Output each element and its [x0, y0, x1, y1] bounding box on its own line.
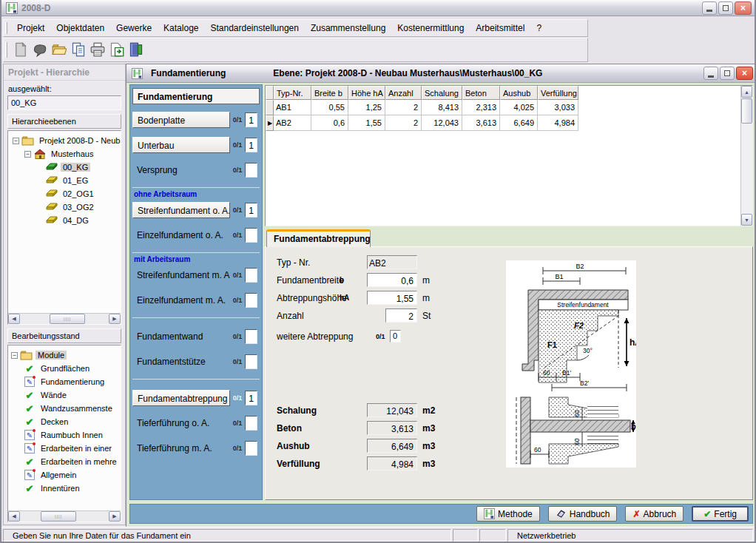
fertig-button[interactable]: ✔Fertig — [692, 506, 749, 522]
nav-button-einzelfundament-o-a[interactable]: Einzelfundament o. A. — [132, 227, 230, 243]
column-header-beton[interactable]: Beton — [462, 86, 500, 100]
cell-aushub[interactable]: 6,649 — [500, 115, 538, 131]
menu-item-objektdaten[interactable]: Objektdaten — [50, 21, 110, 36]
cell-höhe-ha[interactable]: 1,25 — [348, 100, 385, 115]
restore-button[interactable] — [718, 1, 733, 15]
cell-schalung[interactable]: 12,043 — [422, 115, 462, 131]
tree-item-02-og1[interactable]: 02_OG1 — [11, 187, 119, 200]
scroll-left-button[interactable]: ◀ — [8, 511, 20, 522]
column-header-breite-b[interactable]: Breite b — [311, 86, 348, 100]
exit-button[interactable] — [126, 41, 146, 60]
nav-button-versprung[interactable]: Versprung — [132, 162, 230, 178]
abbruch-button[interactable]: ✗Abbruch — [625, 506, 684, 522]
row-selector[interactable] — [266, 100, 274, 115]
cell-anzahl[interactable]: 2 — [385, 100, 422, 115]
module-item-decken[interactable]: ✔Decken — [11, 415, 119, 428]
scroll-thumb[interactable]: |||| — [50, 314, 85, 324]
column-header-aushub[interactable]: Aushub — [500, 86, 538, 100]
table-row-ab2[interactable]: ▶AB20,61,55212,0433,6136,6494,984 — [266, 115, 752, 131]
module-item-allgemein[interactable]: ✎Allgemein — [11, 468, 119, 482]
scroll-thumb[interactable]: |||| — [41, 511, 76, 522]
menu-item-arbeitsmittel[interactable]: Arbeitsmittel — [470, 21, 530, 36]
module-item-raumbuch-innen[interactable]: ✎Raumbuch Innen — [11, 428, 119, 442]
column-header-schalung[interactable]: Schalung — [422, 86, 462, 100]
cell-höhe-ha[interactable]: 1,55 — [348, 115, 385, 131]
module-item-innentüren[interactable]: ✔Innentüren — [11, 482, 119, 495]
column-header-anzahl[interactable]: Anzahl — [385, 86, 422, 100]
copy-button[interactable] — [69, 41, 88, 60]
scroll-right-button[interactable]: ▶ — [109, 314, 121, 324]
field-typ-nr[interactable]: AB2 — [367, 255, 417, 269]
nav-count-box[interactable]: 1 — [245, 138, 257, 152]
module-minimize-button[interactable] — [703, 67, 718, 80]
column-header-verfüllung[interactable]: Verfüllung — [538, 86, 578, 100]
cell-verfüllung[interactable]: 4,984 — [538, 115, 578, 131]
column-header-höhe-ha[interactable]: Höhe hA — [348, 86, 385, 100]
nav-count-box[interactable] — [245, 228, 257, 243]
menubar-grip[interactable] — [5, 22, 7, 33]
cell-breite-b[interactable]: 0,55 — [311, 100, 348, 115]
menu-item-gewerke[interactable]: Gewerke — [110, 21, 158, 36]
menu-item-kostenermittlung[interactable]: Kostenermittlung — [391, 21, 470, 36]
tree-item-03-og2[interactable]: 03_OG2 — [11, 200, 119, 214]
cell-beton[interactable]: 3,613 — [462, 115, 500, 131]
cell-anzahl[interactable]: 2 — [385, 115, 422, 131]
cell-verfüllung[interactable]: 3,033 — [538, 100, 578, 115]
menu-item-projekt[interactable]: Projekt — [11, 21, 50, 36]
tab-fundamentabtreppung[interactable]: Fundamentabtreppung — [266, 229, 371, 247]
cell-schalung[interactable]: 8,413 — [422, 100, 462, 115]
expander-icon[interactable]: − — [13, 138, 19, 144]
column-header-typ-nr[interactable]: Typ-Nr. — [274, 86, 311, 100]
nav-button-fundamentstütze[interactable]: Fundamentstütze — [132, 354, 230, 370]
module-item-wandzusammenste[interactable]: ✔Wandzusammenste — [11, 402, 119, 415]
menu-item-[interactable]: ? — [530, 21, 547, 36]
menu-item-zusammenstellung[interactable]: Zusammenstellung — [305, 21, 391, 36]
nav-count-box[interactable]: 1 — [245, 391, 257, 405]
hierarchy-tree-hscrollbar[interactable]: ◀ |||| ▶ — [8, 313, 121, 324]
module-restore-button[interactable] — [720, 67, 735, 80]
export-button[interactable] — [107, 41, 126, 60]
nav-button-bodenplatte[interactable]: Bodenplatte — [132, 112, 230, 128]
notes-button[interactable] — [30, 41, 50, 60]
scroll-down-button[interactable]: ▼ — [741, 214, 752, 226]
scroll-right-button[interactable]: ▶ — [109, 511, 121, 522]
nav-button-fundamentwand[interactable]: Fundamentwand — [132, 328, 230, 345]
minimize-button[interactable] — [702, 1, 717, 15]
nav-count-box[interactable] — [245, 354, 257, 369]
nav-count-box[interactable]: 1 — [245, 203, 257, 217]
tree-item-module-root[interactable]: −Module — [11, 348, 119, 362]
open-folder-button[interactable] — [50, 41, 69, 60]
cell-typ-nr[interactable]: AB2 — [274, 115, 311, 131]
new-document-button[interactable] — [11, 41, 30, 60]
module-tree-hscrollbar[interactable]: ◀ |||| ▶ — [8, 510, 121, 522]
nav-button-streifenfundament-m-a[interactable]: Streifenfundament m. A. — [132, 267, 230, 283]
nav-count-box[interactable] — [245, 329, 257, 344]
cell-typ-nr[interactable]: AB1 — [274, 100, 311, 115]
field-abtreppungshöhe[interactable]: 1,55 — [367, 291, 417, 305]
expander-icon[interactable]: − — [24, 151, 31, 158]
methode-button[interactable]: Methode — [476, 506, 540, 522]
field-fundamentbreite[interactable]: 0,6 — [367, 273, 417, 287]
scroll-left-button[interactable]: ◀ — [8, 314, 20, 324]
table-vscrollbar[interactable]: ▲ ▼ — [740, 86, 752, 226]
row-selector-current[interactable]: ▶ — [266, 115, 274, 131]
tree-item-00-kg[interactable]: 00_KG — [11, 161, 119, 174]
cell-breite-b[interactable]: 0,6 — [311, 115, 348, 131]
print-button[interactable] — [88, 41, 107, 60]
scroll-thumb[interactable] — [741, 98, 752, 124]
nav-count-box[interactable] — [245, 268, 257, 283]
nav-count-box[interactable]: 1 — [245, 112, 257, 127]
nav-button-fundamentabtreppung[interactable]: Fundamentabtreppung — [132, 390, 230, 406]
nav-count-box[interactable] — [245, 293, 257, 308]
nav-count-box[interactable] — [245, 163, 257, 178]
menu-item-standardeinstellungen[interactable]: Standardeinstellungen — [204, 21, 304, 36]
module-item-fundamentierung[interactable]: ✎Fundamentierung — [11, 375, 119, 388]
field-weitere-abtreppung[interactable]: 0 — [390, 330, 401, 343]
tree-item-01-eg[interactable]: 01_EG — [11, 174, 119, 187]
tree-item-projekt-2008-d-neubau[interactable]: −Projekt 2008-D - Neubau — [11, 134, 119, 147]
expander-icon[interactable]: − — [11, 352, 18, 359]
close-button[interactable]: × — [735, 1, 752, 15]
nav-button-unterbau[interactable]: Unterbau — [132, 137, 230, 153]
module-item-erdarbeiten-in-einer[interactable]: ✎Erdarbeiten in einer — [11, 442, 119, 455]
nav-count-box[interactable] — [245, 441, 257, 456]
